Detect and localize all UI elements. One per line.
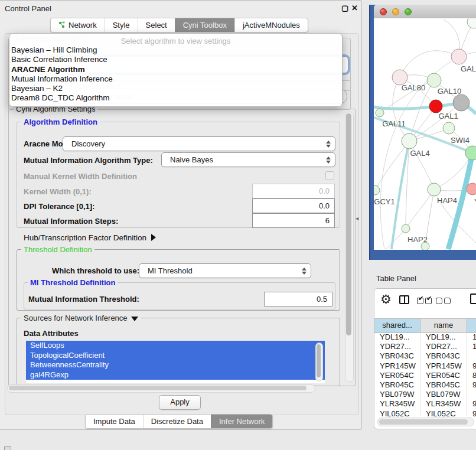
table-cell[interactable]: YBL079W xyxy=(374,390,420,399)
table-cell[interactable]: YIL052C xyxy=(420,409,467,417)
network-edge[interactable] xyxy=(400,51,459,77)
aracne-mode-select[interactable]: Discovery xyxy=(63,136,335,151)
table-cell[interactable]: YLR345W xyxy=(374,399,420,409)
mini-panel-icon[interactable] xyxy=(4,446,11,450)
table-cell[interactable]: YER054C xyxy=(374,371,420,380)
sources-group-header[interactable]: Sources for Network Inference xyxy=(21,314,141,322)
tab-discretize-data[interactable]: Discretize Data xyxy=(143,415,211,428)
network-node[interactable] xyxy=(451,49,467,64)
algorithm-option-bayesian-hill-climbing[interactable]: Bayesian – Hill Climbing xyxy=(9,45,342,55)
dpi-tolerance-field[interactable]: 0.0 xyxy=(252,198,335,213)
column-view-icon[interactable] xyxy=(399,295,409,304)
attribute-item-betweennesscentrality[interactable]: BetweennessCentrality xyxy=(26,360,325,370)
network-node[interactable] xyxy=(402,224,410,233)
tab-select[interactable]: Select xyxy=(138,18,175,32)
network-node[interactable] xyxy=(428,183,441,196)
attribute-item-gal4rgexp[interactable]: gal4RGexp xyxy=(26,370,325,380)
settings-horizontal-scrollbar-thumb[interactable] xyxy=(9,386,307,390)
table-cell[interactable]: YBR043C xyxy=(420,351,467,361)
network-node[interactable] xyxy=(467,18,476,28)
attribute-list-scrollbar[interactable] xyxy=(315,343,323,381)
column-header-name[interactable]: name xyxy=(420,319,467,332)
network-node[interactable] xyxy=(465,146,476,160)
panel-collapse-arrow[interactable]: ◂ xyxy=(356,215,358,221)
network-node[interactable] xyxy=(402,133,417,149)
attribute-item-topologicalcoefficient[interactable]: TopologicalCoefficient xyxy=(26,351,325,361)
table-cell[interactable]: 9. xyxy=(467,399,476,409)
attribute-list-scrollbar-thumb[interactable] xyxy=(317,344,321,377)
table-cell[interactable]: 12 xyxy=(467,342,476,351)
settings-scrollbar-thumb[interactable] xyxy=(346,113,351,335)
tab-style[interactable]: Style xyxy=(105,18,138,32)
table-row[interactable]: YBL079WYBL079W xyxy=(374,390,476,399)
tab-jactivemnodules[interactable]: jActiveMNodules xyxy=(234,18,308,32)
kernel-width-field[interactable]: 0.0 xyxy=(252,184,335,198)
algorithm-option-bayesian-k2[interactable]: Bayesian – K2 xyxy=(9,84,342,93)
algorithm-option-basic-correlation-inference[interactable]: Basic Correlation Inference xyxy=(9,55,342,64)
network-graph[interactable]: GALGAL80GAL10GAL1SWI4GAL11GAL4GCY1HAP4YH… xyxy=(374,18,476,250)
manual-kernel-width-checkbox[interactable] xyxy=(325,171,334,180)
table-horizontal-scrollbar-thumb[interactable] xyxy=(379,419,468,425)
mi-threshold-field[interactable]: 0.5 xyxy=(264,292,332,306)
tab-cyni-toolbox[interactable]: Cyni Toolbox xyxy=(175,18,234,32)
table-cell[interactable]: 8. xyxy=(467,371,476,380)
hub-definition-expander[interactable]: Hub/Transcription Factor Definition xyxy=(24,233,156,242)
mac-zoom-button[interactable] xyxy=(405,8,412,15)
network-canvas[interactable]: GALGAL80GAL10GAL1SWI4GAL11GAL4GCY1HAP4YH… xyxy=(374,18,476,250)
table-row[interactable]: YBR045CYBR045C9. xyxy=(374,380,476,390)
algorithm-option-aracne-algorithm[interactable]: ARACNE Algorithm xyxy=(9,65,342,74)
mi-algorithm-type-select[interactable]: Naive Bayes xyxy=(161,152,335,167)
float-window-icon[interactable]: ▢ xyxy=(341,4,348,12)
table-cell[interactable] xyxy=(467,390,476,399)
tab-network[interactable]: Network xyxy=(51,18,105,32)
table-cell[interactable]: 9 xyxy=(467,409,476,417)
checked-checkbox-icon[interactable]: ✔ xyxy=(425,298,432,304)
network-edge[interactable] xyxy=(374,103,461,109)
table-cell[interactable]: 9. xyxy=(467,380,476,390)
table-row[interactable]: YDL19...YDL19...13 xyxy=(374,332,476,342)
table-cell[interactable]: YBR045C xyxy=(420,380,467,390)
network-node[interactable] xyxy=(427,73,441,87)
table-cell[interactable]: YDL19... xyxy=(420,332,467,342)
mac-minimize-button[interactable] xyxy=(392,8,399,15)
network-node[interactable] xyxy=(429,100,442,113)
table-row[interactable]: YBR043CYBR043C xyxy=(374,351,476,361)
which-threshold-select[interactable]: MI Threshold xyxy=(139,263,311,278)
table-row[interactable]: YLR345WYLR345W9. xyxy=(374,399,476,409)
settings-vertical-scrollbar[interactable] xyxy=(345,112,354,382)
table-cell[interactable]: YDR27... xyxy=(420,342,467,351)
settings-horizontal-scrollbar[interactable] xyxy=(7,384,315,393)
network-edge[interactable] xyxy=(406,190,434,229)
network-node[interactable] xyxy=(376,109,384,117)
table-row[interactable]: YPR145WYPR145W9. xyxy=(374,361,476,371)
tab-impute-data[interactable]: Impute Data xyxy=(86,415,143,428)
table-cell[interactable]: YIL052C xyxy=(374,409,420,417)
mi-steps-field[interactable]: 6 xyxy=(252,213,335,228)
table-cell[interactable]: YDR27... xyxy=(374,342,420,351)
column-header-partial[interactable] xyxy=(467,319,476,332)
table-cell[interactable]: YBR045C xyxy=(374,380,420,390)
mac-close-button[interactable] xyxy=(380,8,387,15)
table-cell[interactable]: YER054C xyxy=(420,371,467,380)
table-cell[interactable]: YPR145W xyxy=(420,361,467,371)
table-cell[interactable]: YBL079W xyxy=(420,390,467,399)
checked-checkbox-icon[interactable]: ✔ xyxy=(417,298,423,304)
apply-button[interactable]: Apply xyxy=(159,395,201,410)
table-horizontal-scrollbar[interactable] xyxy=(377,418,474,426)
column-header-shared[interactable]: shared... xyxy=(374,319,420,332)
network-node[interactable] xyxy=(453,94,470,111)
close-window-icon[interactable]: ✕ xyxy=(351,4,358,12)
algorithm-option-dream8-dc-tdc-algorithm[interactable]: Dream8 DC_TDC Algorithm xyxy=(9,93,342,103)
table-cell[interactable]: YLR345W xyxy=(420,399,467,409)
network-node[interactable] xyxy=(467,183,476,195)
table-cell[interactable]: YBR043C xyxy=(374,351,420,361)
network-node[interactable] xyxy=(443,122,455,134)
table-cell[interactable]: YPR145W xyxy=(374,361,420,371)
unchecked-checkbox-icon[interactable] xyxy=(444,298,451,304)
gear-icon[interactable]: ⚙ xyxy=(380,292,392,306)
network-window-titlebar[interactable] xyxy=(374,5,476,19)
table-row[interactable]: YIL052CYIL052C9 xyxy=(374,409,476,417)
table-cell[interactable]: 9. xyxy=(467,361,476,371)
table-cell[interactable]: YDL19... xyxy=(374,332,420,342)
table-row[interactable]: YER054CYER054C8. xyxy=(374,371,476,380)
